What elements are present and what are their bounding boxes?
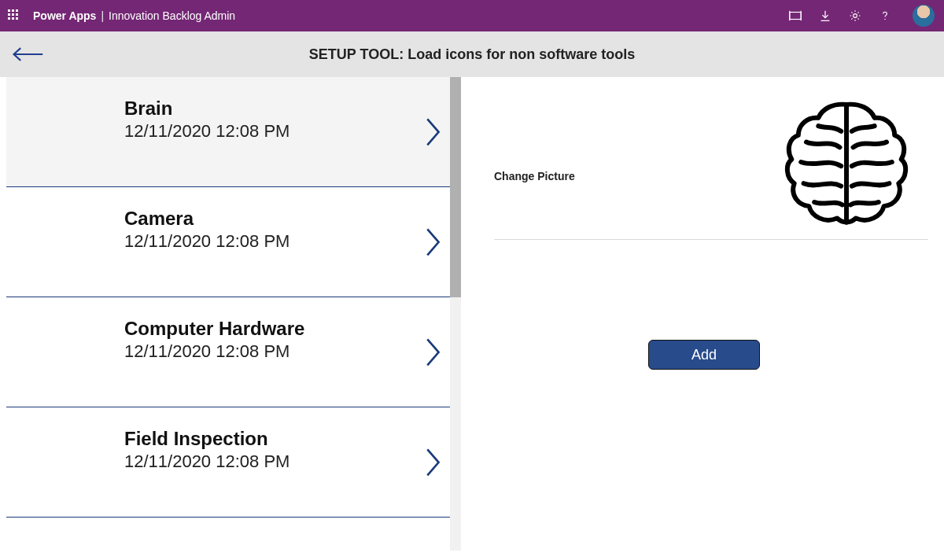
svg-point-6 (884, 19, 885, 20)
list-item-title: Field Inspection (124, 428, 461, 450)
detail-panel: Change Picture (461, 77, 944, 560)
list-item-date: 12/11/2020 12:08 PM (124, 231, 461, 252)
user-avatar[interactable] (913, 5, 935, 27)
list-item[interactable]: Field Inspection 12/11/2020 12:08 PM (6, 407, 461, 518)
chevron-right-icon (425, 337, 442, 368)
chevron-right-icon (425, 447, 442, 478)
list-item-title: Brain (124, 98, 461, 120)
list-item[interactable]: Computer Hardware 12/11/2020 12:08 PM (6, 297, 461, 407)
chevron-right-icon (425, 116, 442, 148)
fit-icon[interactable] (788, 9, 802, 23)
title-separator: | (101, 9, 104, 22)
list-item[interactable]: Camera 12/11/2020 12:08 PM (6, 187, 461, 297)
page-title: SETUP TOOL: Load icons for non software … (309, 46, 635, 63)
list-item-date: 12/11/2020 12:08 PM (124, 341, 461, 362)
divider (494, 239, 928, 240)
back-button[interactable] (11, 43, 44, 65)
list-item-date: 12/11/2020 12:08 PM (124, 451, 461, 472)
tool-list: Brain 12/11/2020 12:08 PM Camera 12/11/2… (6, 77, 461, 551)
brain-icon (780, 95, 913, 229)
list-item-title: Computer Hardware (124, 318, 461, 340)
app-launcher-icon[interactable] (8, 9, 20, 22)
add-button[interactable]: Add (648, 340, 760, 370)
content-area: Brain 12/11/2020 12:08 PM Camera 12/11/2… (0, 77, 944, 560)
chevron-right-icon (425, 227, 442, 258)
scrollbar-thumb[interactable] (450, 77, 461, 297)
scrollbar[interactable] (450, 77, 461, 551)
product-name: Power Apps (33, 9, 96, 22)
svg-point-5 (854, 14, 857, 18)
list-item-title: Camera (124, 208, 461, 230)
app-name: Innovation Backlog Admin (109, 9, 235, 22)
help-icon[interactable] (878, 9, 892, 23)
svg-rect-0 (790, 13, 801, 20)
icon-preview[interactable] (776, 91, 917, 233)
list-item[interactable]: Brain 12/11/2020 12:08 PM (6, 77, 461, 187)
app-header: Power Apps | Innovation Backlog Admin (0, 0, 944, 31)
settings-icon[interactable] (848, 9, 862, 23)
list-item-date: 12/11/2020 12:08 PM (124, 121, 461, 142)
header-actions (788, 5, 935, 27)
download-icon[interactable] (818, 9, 832, 23)
change-picture-label: Change Picture (494, 170, 575, 182)
setup-header: SETUP TOOL: Load icons for non software … (0, 31, 944, 77)
